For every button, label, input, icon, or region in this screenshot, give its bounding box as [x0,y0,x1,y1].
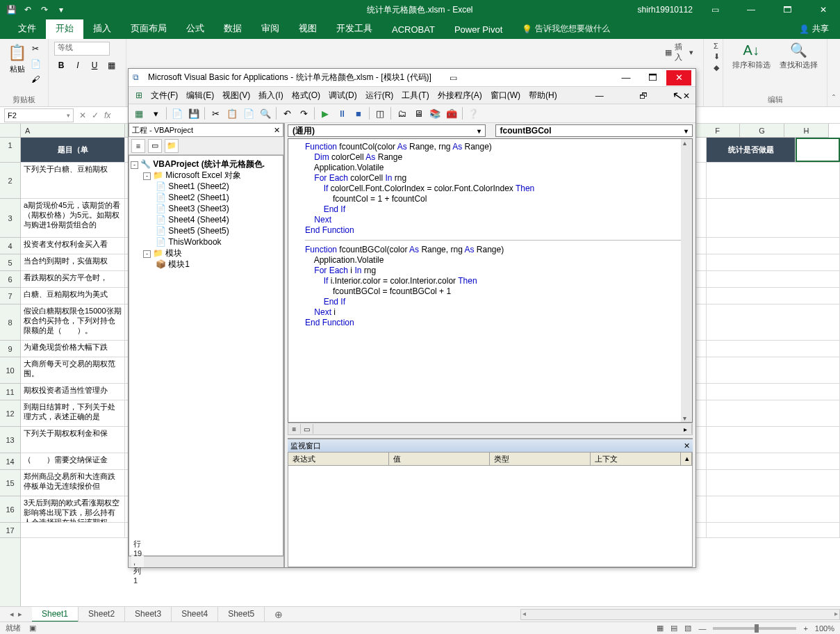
watch-close-icon[interactable]: ✕ [684,441,690,450]
tab-view[interactable]: 视图 [289,18,327,39]
vbe-maximize-icon[interactable]: 🗖 [640,70,665,86]
data-cell[interactable]: （ ）需要交纳保证金 [21,453,125,469]
data-cell[interactable]: 下列关于期权权利金和保 [21,427,125,453]
data-cell[interactable]: a期货现价45元，该期货的看（期权价格）为5元。如期权与购进1份期货组合的 [21,199,125,237]
view-code-icon[interactable]: ≡ [131,139,145,153]
mdi-close-icon[interactable]: ✕ [680,90,691,101]
insert-cells[interactable]: ▦ 插入 ▾ [665,42,693,63]
data-cell[interactable]: 下列关于白糖、豆粕期权 [21,163,125,198]
tab-data[interactable]: 数据 [214,18,252,39]
paste-icon[interactable]: 📄 [242,107,255,120]
save-icon[interactable]: 💾 [188,107,200,120]
sheet-tab[interactable]: Sheet2 [79,607,125,622]
menu-edit[interactable]: 编辑(E) [183,88,217,103]
data-cell[interactable]: 3天后到期的欧式看涨期权空影响将出现下跌，那么持有人会选择现在执行该期权。 [21,496,125,522]
tab-layout[interactable]: 页面布局 [121,18,176,39]
header-cell[interactable]: 统计是否做题 [707,138,796,162]
qat-dropdown-icon[interactable]: ▾ [56,4,67,15]
tab-home[interactable]: 开始 [46,18,83,39]
select-all-corner[interactable] [0,124,21,137]
zoom-level[interactable]: 100% [815,624,834,633]
data-cell[interactable]: 大商所每天可交易的期权范围。 [21,357,125,383]
cut-icon[interactable]: ✂ [209,107,222,120]
insert-module-icon[interactable]: 📄 [171,107,183,120]
data-cell[interactable]: 当合约到期时，实值期权 [21,254,125,270]
cancel-formula-icon[interactable]: ✕ [79,111,86,120]
user-name[interactable]: shirh19910112 [638,5,693,15]
code-view-switcher[interactable]: ≡▭▸ [288,423,693,435]
col-h[interactable]: H [784,124,829,137]
tab-insert[interactable]: 插入 [83,18,121,39]
paste-button[interactable]: 📋 粘贴 [6,42,28,86]
border-button[interactable]: ▦ [104,58,118,72]
project-tree[interactable]: -🔧 VBAProject (统计单元格颜色. -📁 Microsoft Exc… [129,155,283,556]
project-explorer-icon[interactable]: 🗂 [395,107,408,120]
sheet-tab[interactable]: Sheet4 [172,607,218,622]
save-icon[interactable]: 💾 [6,4,17,15]
zoom-slider[interactable] [713,627,796,630]
watch-col-expr[interactable]: 表达式 [288,453,389,465]
zoom-out-icon[interactable]: — [698,624,706,633]
sheet-tab[interactable]: Sheet1 [32,607,79,622]
underline-button[interactable]: U [88,58,101,72]
redo-icon[interactable]: ↷ [39,4,50,15]
vbe-excel-icon[interactable]: ⊞ [133,89,145,101]
copy-icon[interactable]: 📋 [226,107,238,120]
col-f[interactable]: F [695,124,740,137]
menu-format[interactable]: 格式(O) [289,88,323,103]
properties-icon[interactable]: 🖥 [412,107,425,120]
tell-me[interactable]: 💡 告诉我您想要做什么 [522,23,610,39]
ribbon-display-icon[interactable]: ▭ [701,0,729,19]
menu-view[interactable]: 视图(V) [220,88,253,103]
mdi-max-icon[interactable]: 🗗 [636,90,648,101]
tab-review[interactable]: 审阅 [252,18,289,39]
italic-button[interactable]: I [71,58,85,72]
menu-window[interactable]: 窗口(W) [488,88,523,103]
vbe-minimize-icon[interactable]: — [613,70,639,86]
data-cell[interactable]: 郑州商品交易所和大连商跌停板单边无连续报价但 [21,470,125,496]
col-g[interactable]: G [740,124,784,137]
project-scrollbar[interactable] [129,556,283,567]
fx-icon[interactable]: fx [104,111,110,120]
undo-icon[interactable]: ↶ [281,107,293,120]
menu-tools[interactable]: 工具(T) [399,88,431,103]
view-excel-icon[interactable]: ▦ [133,107,145,120]
data-cell[interactable]: 投资者支付权利金买入看 [21,238,125,254]
sheet-nav-last-icon[interactable]: ▸ [18,610,22,619]
tab-acrobat[interactable]: ACROBAT [382,20,445,39]
undo-icon[interactable]: ↶ [22,4,33,15]
watch-col-type[interactable]: 类型 [490,453,591,465]
sheet-nav-first-icon[interactable]: ◂ [10,610,14,619]
horizontal-scrollbar[interactable] [520,609,840,620]
run-icon[interactable]: ▶ [319,107,331,120]
find-icon[interactable]: 🔍 [259,107,272,120]
maximize-icon[interactable]: 🗖 [773,0,801,19]
object-dropdown[interactable]: (通用) [288,124,486,137]
copy-icon[interactable]: 📄 [28,57,42,71]
menu-insert[interactable]: 插入(I) [256,88,286,103]
help-icon[interactable]: ❔ [467,107,479,120]
tab-formula[interactable]: 公式 [176,18,214,39]
data-cell[interactable]: 看跌期权的买方平仓时， [21,271,125,287]
font-name[interactable]: 等线 [54,42,110,56]
sheet-tab[interactable]: Sheet5 [218,607,265,622]
toolbox-icon[interactable]: 🧰 [445,107,458,120]
watch-scroll-up-icon[interactable]: ▴ [681,453,692,465]
redo-icon[interactable]: ↷ [297,107,310,120]
tab-powerpivot[interactable]: Power Pivot [445,20,512,39]
view-object-icon[interactable]: ▭ [148,139,162,153]
header-cell[interactable]: 题目（单 [21,138,125,162]
data-cell[interactable]: 为避免现货价格大幅下跌 [21,341,125,357]
menu-file[interactable]: 文件(F) [148,88,181,103]
collapse-ribbon-icon[interactable]: ˆ [832,94,835,104]
view-pagelayout-icon[interactable]: ▤ [670,624,677,633]
menu-debug[interactable]: 调试(D) [326,88,360,103]
close-icon[interactable]: ✕ [809,0,837,19]
bold-button[interactable]: B [54,58,68,72]
code-vscrollbar[interactable] [681,139,692,422]
vbe-close-button[interactable]: ✕ [666,70,691,86]
menu-help[interactable]: 帮助(H) [526,88,560,103]
menu-addins[interactable]: 外接程序(A) [435,88,485,103]
view-pagebreak-icon[interactable]: ▧ [684,624,691,633]
procedure-dropdown[interactable]: fcountBGCol [495,124,693,137]
